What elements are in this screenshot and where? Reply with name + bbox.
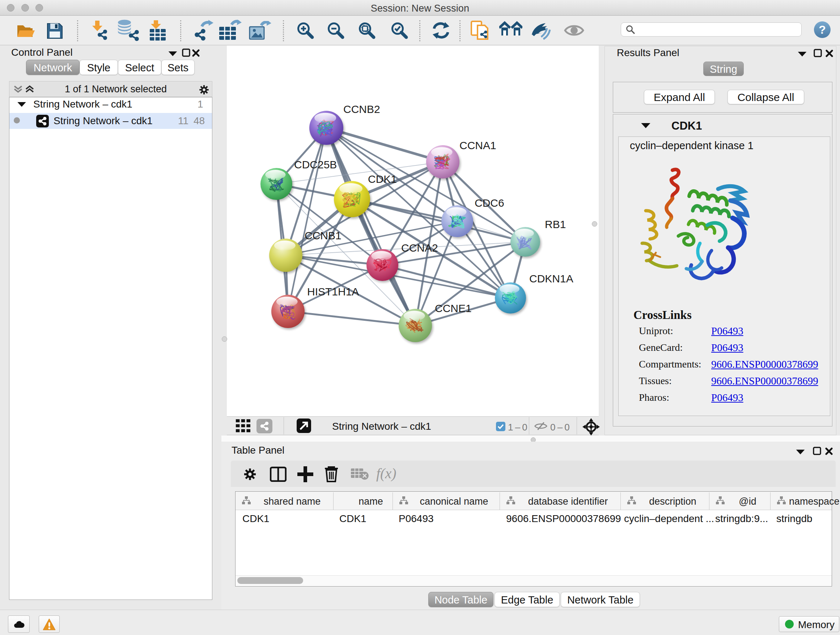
svg-text:CCNB2: CCNB2 [343,103,380,115]
svg-text:CCNE1: CCNE1 [435,302,472,314]
svg-text:RB1: RB1 [545,218,566,230]
svg-text:CCNA2: CCNA2 [401,242,438,254]
svg-text:CCNA1: CCNA1 [459,139,496,151]
svg-text:CDK1: CDK1 [368,173,397,185]
svg-text:CDC6: CDC6 [475,197,504,209]
svg-text:CDC25B: CDC25B [294,158,337,171]
svg-text:CCNB1: CCNB1 [305,230,341,241]
svg-text:HIST1H1A: HIST1H1A [307,286,359,298]
svg-text:CDKN1A: CDKN1A [529,272,573,285]
